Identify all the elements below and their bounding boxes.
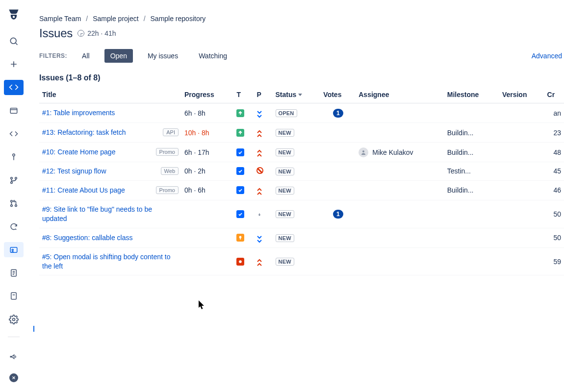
svg-point-0 — [13, 16, 15, 18]
col-created[interactable]: Cr — [544, 86, 564, 103]
table-row[interactable]: #11: Create About Us pagePromo0h · 6hNEW… — [39, 180, 564, 200]
nav-collapse-icon[interactable] — [9, 373, 18, 382]
milestone-cell — [444, 200, 499, 228]
avatar — [359, 147, 368, 157]
svg-rect-2 — [10, 108, 17, 113]
priority-low-icon — [256, 235, 262, 243]
priority-high-icon — [256, 149, 262, 157]
issue-link[interactable]: #9: Site link to "file bug" needs to be … — [42, 205, 175, 223]
progress-text: 0h · 2h — [184, 167, 205, 175]
filter-mine[interactable]: My issues — [142, 49, 184, 63]
nav-pull-requests[interactable] — [4, 196, 24, 211]
nav-downloads[interactable] — [4, 289, 24, 304]
title-meta-text: 22h · 41h — [87, 29, 116, 37]
svg-point-11 — [12, 249, 13, 250]
milestone-cell: Buildin... — [444, 143, 499, 162]
table-row[interactable]: #1: Table improvements6h · 8hOPEN1an — [39, 103, 564, 123]
sidebar-resize-handle[interactable] — [33, 326, 34, 332]
title-meta: 22h · 41h — [77, 29, 116, 37]
table-row[interactable]: #12: Test signup flowWeb0h · 2hNEWTestin… — [39, 162, 564, 181]
table-row[interactable]: #10: Create Home pagePromo6h · 17hNEWMik… — [39, 143, 564, 162]
nav-search[interactable] — [4, 33, 24, 49]
nav-code[interactable] — [4, 126, 24, 141]
svg-point-18 — [239, 260, 242, 263]
version-cell — [499, 143, 544, 162]
sort-caret-icon — [298, 94, 302, 96]
col-title[interactable]: Title — [39, 86, 181, 103]
issue-link[interactable]: #10: Create Home page — [42, 147, 115, 157]
svg-point-8 — [11, 205, 13, 207]
status-badge: NEW — [276, 258, 294, 266]
nav-feedback[interactable] — [4, 347, 24, 367]
task-type-icon — [236, 148, 244, 156]
version-cell — [499, 180, 544, 200]
issue-link[interactable]: #13: Refactoring: task fetch — [42, 128, 126, 137]
col-type[interactable]: T — [233, 86, 254, 103]
nav-commits[interactable] — [4, 149, 24, 165]
nav-pipelines[interactable] — [4, 219, 24, 234]
progress-text: 0h · 6h — [184, 186, 205, 194]
issue-link[interactable]: #1: Table improvements — [42, 108, 115, 118]
nav-settings[interactable] — [4, 312, 24, 327]
improvement-type-icon — [236, 109, 244, 117]
status-badge: NEW — [276, 210, 294, 218]
milestone-cell: Testin... — [444, 162, 499, 181]
table-row[interactable]: #9: Site link to "file bug" needs to be … — [39, 200, 564, 228]
svg-point-4 — [11, 177, 13, 179]
nav-boards[interactable] — [4, 103, 24, 118]
col-version[interactable]: Version — [499, 86, 544, 103]
app-logo-icon[interactable] — [7, 8, 21, 22]
filter-all[interactable]: All — [76, 49, 96, 63]
col-votes[interactable]: Votes — [320, 86, 356, 103]
col-status[interactable]: Status — [273, 86, 321, 103]
breadcrumb-project[interactable]: Sample project — [93, 15, 138, 23]
milestone-cell — [444, 228, 499, 247]
svg-point-3 — [13, 154, 15, 156]
vote-badge: 1 — [333, 210, 343, 219]
nav-issues[interactable] — [4, 242, 24, 257]
progress-text: 6h · 8h — [184, 109, 205, 117]
created-cell: 59 — [544, 247, 564, 275]
mouse-cursor-icon — [199, 300, 205, 310]
nav-branches[interactable] — [4, 172, 24, 188]
advanced-link[interactable]: Advanced — [532, 52, 562, 60]
progress-text: 10h · 8h — [184, 129, 209, 137]
svg-point-15 — [362, 150, 364, 152]
status-badge: NEW — [276, 187, 294, 195]
svg-point-5 — [15, 177, 17, 179]
issue-link[interactable]: #12: Test signup flow — [42, 167, 106, 176]
issue-link[interactable]: #5: Open modal is shifting body content … — [42, 252, 175, 271]
table-row[interactable]: #13: Refactoring: task fetchAPI10h · 8hN… — [39, 123, 564, 143]
svg-point-14 — [13, 318, 15, 320]
col-priority[interactable]: P — [254, 86, 272, 103]
status-badge: NEW — [276, 168, 294, 175]
issue-link[interactable]: #11: Create About Us page — [42, 186, 125, 195]
proposal-type-icon — [236, 234, 244, 242]
version-cell — [499, 103, 544, 123]
filter-watching[interactable]: Watching — [193, 49, 233, 63]
filters-label: FILTERS: — [39, 52, 67, 59]
status-badge: NEW — [276, 148, 294, 156]
col-milestone[interactable]: Milestone — [444, 86, 499, 103]
vote-badge: 1 — [333, 109, 343, 118]
table-row[interactable]: #5: Open modal is shifting body content … — [39, 247, 564, 275]
created-cell: 45 — [544, 162, 564, 181]
milestone-cell: Buildin... — [444, 180, 499, 200]
nav-create[interactable] — [4, 56, 24, 72]
sidebar-divider — [8, 337, 20, 337]
svg-rect-13 — [11, 293, 17, 300]
version-cell — [499, 123, 544, 143]
col-assignee[interactable]: Assignee — [356, 86, 444, 103]
breadcrumb-team[interactable]: Sample Team — [39, 15, 81, 23]
task-type-icon — [236, 186, 244, 194]
milestone-cell — [444, 103, 499, 123]
table-row[interactable]: #8: Suggestion: callable classNEW50 — [39, 228, 564, 247]
filter-open[interactable]: Open — [104, 49, 133, 63]
milestone-cell — [444, 247, 499, 275]
breadcrumb-repo[interactable]: Sample repository — [151, 15, 206, 23]
nav-wiki[interactable] — [4, 265, 24, 280]
issue-link[interactable]: #8: Suggestion: callable class — [42, 233, 132, 243]
assignee-name: Mike Kulakov — [372, 148, 413, 156]
col-progress[interactable]: Progress — [181, 86, 233, 103]
nav-source[interactable] — [4, 80, 24, 95]
